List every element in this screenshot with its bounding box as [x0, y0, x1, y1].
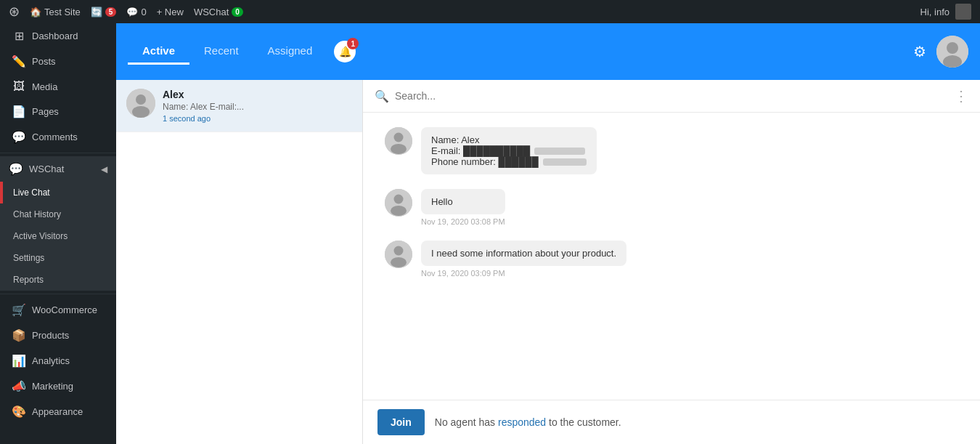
new-link[interactable]: + New — [157, 7, 184, 17]
sidebar-item-posts[interactable]: ✏️ Posts — [0, 49, 116, 74]
sidebar-item-analytics[interactable]: 📊 Analytics — [0, 348, 116, 374]
sidebar-item-pages[interactable]: 📄 Pages — [0, 99, 116, 124]
responded-link[interactable]: responded — [498, 416, 549, 428]
wschat-icon: 💬 — [9, 162, 23, 176]
chat-header-right: ⚙ — [913, 36, 968, 68]
sidebar-separator-2 — [0, 294, 116, 294]
tab-active[interactable]: Active — [128, 39, 189, 65]
tab-recent[interactable]: Recent — [189, 39, 253, 65]
content-area: Active Recent Assigned 🔔 1 ⚙ — [116, 23, 980, 444]
header-avatar[interactable] — [936, 36, 968, 68]
wp-logo[interactable]: ⊛ — [9, 4, 20, 20]
notification-badge: 1 — [347, 38, 359, 49]
join-button-label: Join — [391, 416, 412, 428]
updates-icon: 🔄 — [91, 7, 102, 17]
sidebar-label-wschat: WSChat — [29, 164, 64, 174]
admin-avatar-small[interactable] — [955, 4, 971, 20]
message-bubble-3: I need some information about your produ… — [421, 241, 626, 266]
marketing-icon: 📣 — [12, 379, 26, 393]
conversation-info: Alex Name: Alex E-mail:... 1 second ago — [163, 89, 352, 123]
tab-assigned-label: Assigned — [268, 44, 313, 57]
sidebar-label-appearance: Appearance — [32, 406, 83, 417]
sidebar-item-woocommerce[interactable]: 🛒 WooCommerce — [0, 297, 116, 323]
message-bubble-2: Hello — [421, 189, 505, 214]
msg-line-1: Name: Alex — [431, 134, 587, 145]
sidebar-item-settings[interactable]: Settings — [0, 247, 116, 269]
admin-bar: ⊛ 🏠 Test Site 🔄 5 💬 0 + New WSChat 0 Hi,… — [0, 0, 980, 23]
main-layout: ⊞ Dashboard ✏️ Posts 🖼 Media 📄 Pages 💬 C… — [0, 23, 980, 444]
svg-point-5 — [136, 94, 146, 105]
join-button[interactable]: Join — [377, 409, 425, 435]
wschat-label: WSChat — [194, 7, 229, 17]
analytics-icon: 📊 — [12, 354, 26, 368]
message-avatar-1 — [385, 127, 412, 155]
site-link[interactable]: 🏠 Test Site — [30, 7, 81, 17]
comments-count: 0 — [141, 7, 146, 17]
sidebar-separator-1 — [0, 153, 116, 153]
message-row: Name: Alex E-mail: ██████████ Phone numb… — [385, 127, 958, 174]
sidebar-label-posts: Posts — [32, 56, 56, 67]
sidebar-label-products: Products — [32, 330, 69, 341]
svg-point-6 — [132, 106, 150, 118]
msg-email-redacted — [534, 148, 585, 155]
sidebar-item-appearance[interactable]: 🎨 Appearance — [0, 399, 116, 424]
sidebar-item-dashboard[interactable]: ⊞ Dashboard — [0, 23, 116, 49]
msg-line-2: E-mail: ██████████ — [431, 145, 587, 156]
sidebar-label-live-chat: Live Chat — [13, 187, 50, 198]
updates-link[interactable]: 🔄 5 — [91, 7, 117, 17]
admin-bar-right: Hi, info — [920, 4, 971, 20]
sidebar-label-dashboard: Dashboard — [32, 31, 78, 41]
chat-body: Alex Name: Alex E-mail:... 1 second ago … — [116, 80, 980, 444]
conversation-item[interactable]: Alex Name: Alex E-mail:... 1 second ago — [116, 80, 362, 132]
msg-time-3: Nov 19, 2020 03:09 PM — [421, 269, 626, 278]
sidebar-item-comments[interactable]: 💬 Comments — [0, 124, 116, 150]
wschat-badge: 0 — [232, 7, 243, 17]
sidebar-label-reports: Reports — [13, 275, 44, 285]
message-content-3: I need some information about your produ… — [421, 241, 626, 278]
posts-icon: ✏️ — [12, 55, 26, 68]
pages-icon: 📄 — [12, 105, 26, 118]
no-agent-suffix: to the customer. — [549, 416, 621, 428]
chat-tabs: Active Recent Assigned — [128, 39, 327, 65]
chat-footer: Join No agent has responded to the custo… — [363, 400, 980, 444]
sidebar-item-active-visitors[interactable]: Active Visitors — [0, 225, 116, 247]
sidebar-label-settings: Settings — [13, 253, 44, 263]
msg-email-label: E-mail: ██████████ — [431, 145, 530, 156]
sidebar-item-live-chat[interactable]: Live Chat — [0, 182, 116, 203]
wschat-section: 💬 WSChat ◀ Live Chat Chat History Active… — [0, 156, 116, 291]
comments-link[interactable]: 💬 0 — [126, 7, 146, 17]
sidebar-label-analytics: Analytics — [32, 355, 70, 366]
sidebar-item-wschat[interactable]: 💬 WSChat ◀ — [0, 156, 116, 182]
chat-header: Active Recent Assigned 🔔 1 ⚙ — [116, 23, 980, 80]
sidebar-item-products[interactable]: 📦 Products — [0, 323, 116, 348]
svg-point-2 — [947, 42, 958, 54]
hi-label: Hi, info — [920, 7, 950, 17]
conversation-preview: Name: Alex E-mail:... — [163, 102, 352, 112]
sidebar-item-media[interactable]: 🖼 Media — [0, 74, 116, 99]
tab-assigned[interactable]: Assigned — [253, 39, 327, 65]
products-icon: 📦 — [12, 328, 26, 342]
svg-point-14 — [394, 246, 404, 256]
site-label: Test Site — [44, 7, 81, 17]
comments-icon: 💬 — [126, 7, 138, 17]
conversations-panel: Alex Name: Alex E-mail:... 1 second ago — [116, 80, 363, 444]
chat-search-bar: 🔍 ⋮ — [363, 80, 980, 113]
wschat-arrow: ◀ — [101, 164, 107, 174]
sidebar-item-marketing[interactable]: 📣 Marketing — [0, 374, 116, 399]
more-icon[interactable]: ⋮ — [954, 87, 968, 105]
msg-phone-redacted — [543, 158, 587, 166]
sidebar-item-chat-history[interactable]: Chat History — [0, 203, 116, 225]
chat-panel: 🔍 ⋮ — [363, 80, 980, 444]
sidebar-item-reports[interactable]: Reports — [0, 269, 116, 291]
new-label: + New — [157, 7, 184, 17]
home-icon: 🏠 — [30, 7, 41, 17]
message-content-1: Name: Alex E-mail: ██████████ Phone numb… — [421, 127, 597, 174]
search-icon: 🔍 — [375, 89, 389, 103]
search-input[interactable] — [395, 90, 948, 102]
svg-point-15 — [391, 257, 407, 267]
wschat-link[interactable]: WSChat 0 — [194, 7, 243, 17]
appearance-icon: 🎨 — [12, 405, 26, 419]
notification-icon[interactable]: 🔔 1 — [334, 41, 356, 62]
sidebar: ⊞ Dashboard ✏️ Posts 🖼 Media 📄 Pages 💬 C… — [0, 23, 116, 444]
settings-icon[interactable]: ⚙ — [913, 43, 926, 60]
